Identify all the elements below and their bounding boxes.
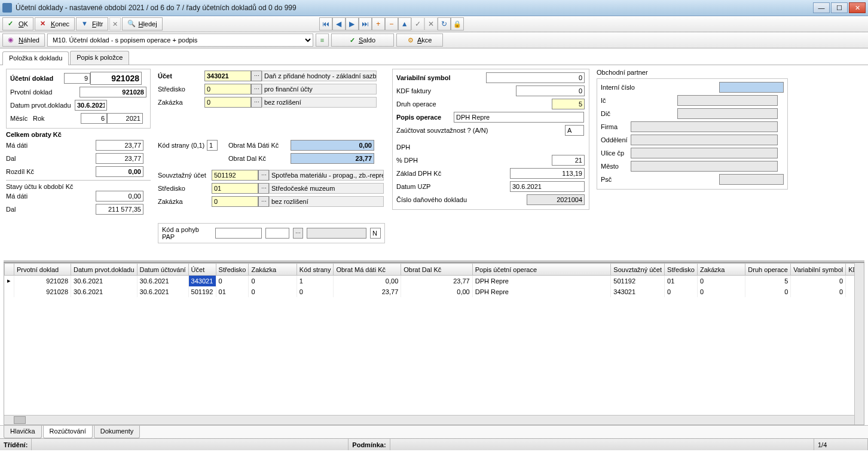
souv-stred-input[interactable]	[212, 183, 258, 194]
nav-cancel-button[interactable]: ✕	[424, 17, 438, 30]
souv-stred-lookup[interactable]: ⋯	[258, 183, 269, 194]
template-select[interactable]: M10. Účetní doklad - s popisem operace +…	[47, 33, 313, 47]
grid-header[interactable]: Kód strany	[297, 264, 334, 276]
obraty-rozdil	[96, 166, 143, 177]
status-podminka-label: Podmínka:	[349, 439, 390, 450]
druh-input[interactable]	[552, 99, 585, 109]
ucet-stred-input[interactable]	[204, 84, 251, 94]
nav-del-button[interactable]: −	[385, 17, 398, 30]
nahled-button[interactable]: ◉Náhled	[2, 33, 45, 47]
popis-input[interactable]	[454, 112, 584, 123]
grid-header[interactable]: Středisko	[665, 264, 698, 276]
grid-header[interactable]: Popis účetní operace	[472, 264, 611, 276]
tab-polozka[interactable]: Položka k dokladu	[2, 51, 69, 65]
kodpap-lookup[interactable]: ⋯	[293, 228, 303, 239]
ok-button[interactable]: ✓OOKK	[2, 17, 33, 30]
grid-header[interactable]: Zakázka	[697, 264, 745, 276]
ucet-label: Účet	[158, 72, 204, 80]
nav-first-button[interactable]: ⏮	[319, 17, 332, 30]
list-button[interactable]: ≡	[316, 33, 329, 47]
prvotni-doklad-input[interactable]	[80, 87, 146, 97]
filter-clear-button[interactable]: ✕	[109, 17, 121, 30]
nav-confirm-button[interactable]: ✓	[411, 17, 424, 30]
ic-input	[677, 95, 778, 106]
kodpap-n[interactable]	[370, 228, 381, 239]
btab-hlavicka[interactable]: Hlavička	[4, 426, 42, 438]
kodpap-input1[interactable]	[215, 228, 262, 239]
saldo-button[interactable]: ✓Saldo	[331, 33, 394, 47]
grid-header[interactable]: Druh operace	[745, 264, 791, 276]
nav-add-button[interactable]: +	[372, 17, 385, 30]
nav-up-button[interactable]: ▲	[398, 17, 411, 30]
nav-prev-button[interactable]: ◀	[332, 17, 346, 30]
datum-prvot-input[interactable]	[75, 100, 107, 111]
vs-input[interactable]	[486, 72, 585, 83]
grid-header[interactable]: Variabilní symbol	[791, 264, 846, 276]
grid-header[interactable]: Datum účtování	[137, 264, 188, 276]
grid-header[interactable]: Středisko	[216, 264, 249, 276]
table-row[interactable]: 92102830.6.202130.6.2021501192010023,770…	[5, 286, 864, 297]
mesic-label: Měsíc	[10, 115, 33, 122]
doklad-seq-input[interactable]	[64, 73, 90, 84]
vs-label: Variabilní symbol	[396, 74, 486, 81]
obrat-dal-input[interactable]	[291, 153, 374, 164]
filtr-button[interactable]: ▼Filtr	[76, 17, 108, 30]
grid-header[interactable]: Obrat Dal Kč	[401, 264, 472, 276]
table-row[interactable]: ▸92102830.6.202130.6.20213430210010,0023…	[5, 276, 864, 286]
ucet-zak-lookup[interactable]: ⋯	[251, 97, 262, 108]
grid-hscroll[interactable]	[4, 415, 854, 425]
tab-popis[interactable]: Popis k položce	[70, 51, 129, 65]
grid-header[interactable]	[5, 264, 14, 276]
btab-rozuct[interactable]: Rozúčtování	[43, 426, 93, 438]
minimize-button[interactable]: —	[813, 2, 830, 13]
rok-input[interactable]	[107, 113, 143, 124]
ucet-stred-lookup[interactable]: ⋯	[251, 84, 262, 94]
grid-header[interactable]: Obrat Má dáti Kč	[334, 264, 401, 276]
zaklad-input[interactable]	[510, 168, 585, 179]
hledej-button[interactable]: 🔍Hledej	[122, 17, 162, 30]
col-operace: Variabilní symbol KDF faktury Druh opera…	[392, 69, 589, 257]
souv-ucet-desc: Spotřeba materiálu - propag., zb.-repre	[269, 170, 384, 181]
grid-header[interactable]: Zakázka	[249, 264, 297, 276]
stavy-madati	[96, 191, 143, 201]
btab-dokumenty[interactable]: Dokumenty	[94, 426, 140, 438]
grid-header[interactable]: Prvotní doklad	[14, 264, 71, 276]
doklad-num-input[interactable]	[90, 72, 142, 85]
data-grid[interactable]: Prvotní dokladDatum prvot.dokladuDatum ú…	[4, 263, 864, 297]
kodpap-input2[interactable]	[265, 228, 289, 239]
check-icon: ✓	[350, 36, 355, 44]
bottom-tabs: Hlavička Rozúčtování Dokumenty	[0, 425, 868, 438]
souv-ucet-lookup[interactable]: ⋯	[258, 170, 269, 181]
pctdph-input[interactable]	[552, 155, 585, 166]
kodstrany-input[interactable]	[207, 140, 218, 151]
grid-header[interactable]: Účet	[188, 264, 216, 276]
nav-last-button[interactable]: ⏭	[359, 17, 372, 30]
uzp-input[interactable]	[510, 181, 585, 192]
nav-refresh-button[interactable]: ↻	[438, 17, 451, 30]
mesic-input[interactable]	[81, 113, 107, 124]
grid-header[interactable]: Souvztažný účet	[611, 264, 665, 276]
maximize-button[interactable]: ☐	[831, 2, 848, 13]
kdf-input[interactable]	[516, 86, 585, 96]
akce-button[interactable]: ⚙Akce	[396, 33, 443, 47]
nav-lock-button[interactable]: 🔒	[451, 17, 464, 30]
konec-button[interactable]: ✕Konec	[35, 17, 75, 30]
ucet-input[interactable]	[204, 71, 251, 81]
souv-ucet-input[interactable]	[212, 170, 258, 181]
ucet-zak-input[interactable]	[204, 97, 251, 108]
zauct-input[interactable]	[565, 125, 584, 136]
filter-clear-icon: ✕	[112, 20, 118, 28]
kodpap-label: Kód a pohyb PAP	[162, 226, 212, 240]
dph-label: DPH	[396, 143, 456, 151]
obraty-dal	[96, 153, 143, 164]
close-button[interactable]: ✕	[849, 2, 866, 13]
souv-zak-input[interactable]	[212, 196, 258, 207]
ucet-lookup[interactable]: ⋯	[251, 71, 262, 81]
nav-next-button[interactable]: ▶	[346, 17, 359, 30]
grid-header[interactable]: Datum prvot.dokladu	[71, 264, 137, 276]
obrat-md-input[interactable]	[291, 140, 374, 151]
grid-vscroll[interactable]	[854, 263, 864, 425]
ucet-zak-desc: bez rozlišení	[262, 97, 377, 108]
souv-zak-lookup[interactable]: ⋯	[258, 196, 269, 207]
interni-input[interactable]	[719, 82, 784, 93]
